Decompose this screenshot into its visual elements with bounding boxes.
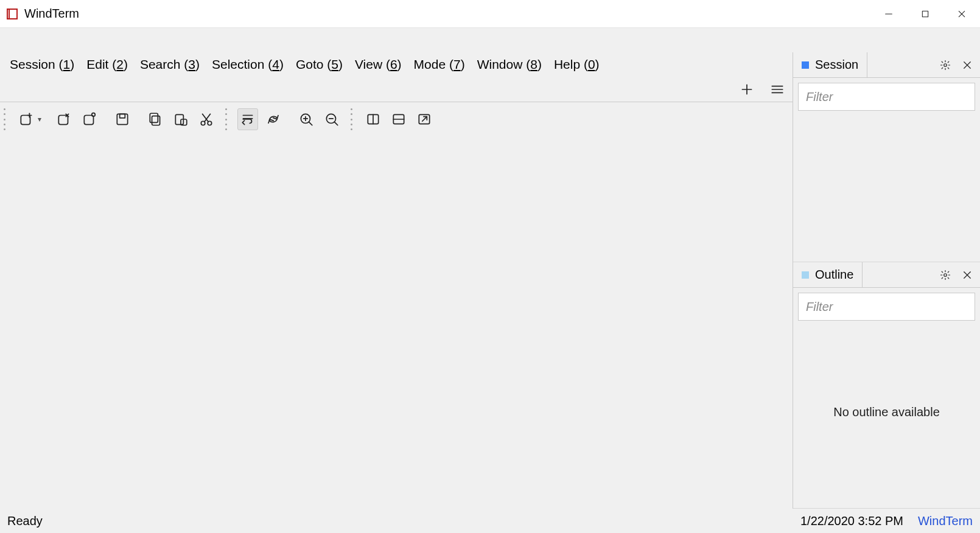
menu-goto[interactable]: Goto (5)	[290, 55, 349, 74]
zoom-out-button[interactable]	[321, 108, 342, 130]
session-panel: Session	[793, 52, 980, 262]
auto-wrap-button[interactable]	[237, 108, 258, 130]
minimize-button[interactable]	[870, 0, 907, 28]
svg-line-43	[422, 117, 427, 122]
status-text: Ready	[7, 514, 43, 528]
app-title: WindTerm	[24, 7, 79, 21]
status-datetime: 1/22/2020 3:52 PM	[800, 514, 903, 528]
svg-point-18	[92, 113, 95, 116]
paste-button[interactable]	[170, 108, 191, 130]
popout-button[interactable]	[414, 108, 435, 130]
toolbar-grip-icon	[4, 108, 7, 130]
svg-point-47	[944, 273, 947, 276]
menu-view[interactable]: View (6)	[349, 55, 408, 74]
close-button[interactable]	[943, 0, 980, 28]
status-brand[interactable]: WindTerm	[918, 514, 973, 528]
toolbar-grip-icon	[225, 108, 229, 130]
svg-point-44	[944, 63, 947, 66]
split-vertical-button[interactable]	[363, 108, 383, 130]
svg-line-36	[334, 122, 337, 125]
app-icon	[5, 7, 19, 21]
toolbar: ▾	[0, 102, 793, 136]
session-settings-button[interactable]	[936, 56, 954, 74]
svg-rect-21	[152, 116, 160, 125]
editor-workspace	[0, 136, 793, 509]
menu-edit[interactable]: Edit (2)	[80, 55, 134, 74]
svg-rect-20	[120, 114, 125, 118]
save-button[interactable]	[112, 108, 133, 130]
svg-rect-11	[21, 116, 30, 125]
titlebar: WindTerm	[0, 0, 980, 28]
session-filter-input[interactable]	[798, 83, 975, 111]
zoom-in-button[interactable]	[296, 108, 317, 130]
new-session-dropdown[interactable]: ▾	[16, 108, 41, 130]
outline-tab-label: Outline	[815, 268, 853, 282]
session-close-button[interactable]	[958, 56, 976, 74]
outline-dot-icon	[802, 271, 809, 279]
menu-session[interactable]: Session (1)	[4, 55, 80, 74]
svg-rect-19	[117, 114, 127, 124]
outline-settings-button[interactable]	[936, 266, 954, 284]
cut-button[interactable]	[196, 108, 217, 130]
reload-button[interactable]	[263, 108, 284, 130]
svg-line-32	[309, 122, 312, 125]
menu-search[interactable]: Search (3)	[134, 55, 206, 74]
tab-list-button[interactable]	[767, 78, 788, 100]
menu-mode[interactable]: Mode (7)	[408, 55, 471, 74]
svg-rect-17	[84, 116, 93, 125]
chevron-down-icon: ▾	[38, 115, 41, 124]
tab-strip	[0, 77, 793, 102]
copy-button[interactable]	[145, 108, 166, 130]
statusbar: Ready 1/22/2020 3:52 PM WindTerm	[0, 509, 980, 533]
menu-selection[interactable]: Selection (4)	[206, 55, 290, 74]
split-horizontal-button[interactable]	[388, 108, 409, 130]
outline-close-button[interactable]	[958, 266, 976, 284]
toolbar-grip-icon	[351, 108, 354, 130]
session-dot-icon	[802, 61, 809, 69]
reconnect-session-button[interactable]	[79, 108, 100, 130]
svg-rect-3	[922, 11, 928, 16]
window-controls	[870, 0, 980, 28]
menubar: Session (1) Edit (2) Search (3) Selectio…	[0, 52, 793, 77]
outline-panel: Outline No outline available	[793, 262, 980, 509]
outline-filter-input[interactable]	[798, 293, 975, 321]
outline-empty-text: No outline available	[798, 321, 975, 503]
menu-window[interactable]: Window (8)	[471, 55, 548, 74]
sidebar: Session Outline	[793, 52, 980, 509]
maximize-button[interactable]	[907, 0, 943, 28]
close-session-button[interactable]	[54, 108, 74, 130]
session-tab-label: Session	[815, 58, 858, 72]
new-session-icon	[16, 108, 37, 130]
main: Session (1) Edit (2) Search (3) Selectio…	[0, 52, 980, 509]
menu-help[interactable]: Help (0)	[548, 55, 606, 74]
new-tab-button[interactable]	[737, 78, 757, 100]
outline-tab[interactable]: Outline	[793, 262, 863, 287]
svg-rect-22	[150, 113, 158, 122]
session-tab[interactable]: Session	[793, 52, 867, 77]
